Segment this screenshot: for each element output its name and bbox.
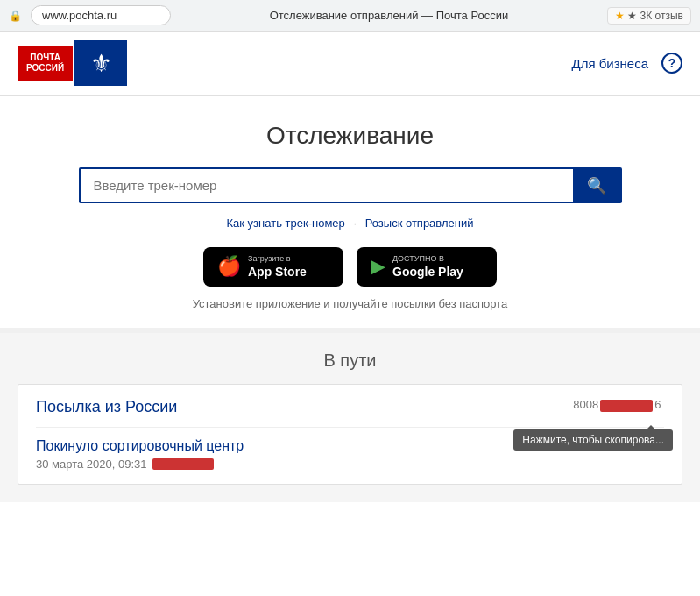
help-icon[interactable]: ?: [661, 53, 682, 74]
search-button[interactable]: 🔍: [573, 169, 620, 202]
eagle-icon: ⚜: [90, 49, 112, 78]
separator-dot: ·: [353, 216, 357, 230]
tracking-number: 80086 Нажмите, чтобы скопирова...: [573, 398, 664, 412]
app-buttons: 🍎 Загрузите в App Store ▶ ДОСТУПНО В Goo…: [18, 247, 682, 287]
business-link[interactable]: Для бизнеса: [571, 56, 648, 71]
app-store-label: App Store: [248, 264, 307, 280]
google-play-pre-label: ДОСТУПНО В: [392, 254, 463, 264]
site-header: ПОЧТА РОССИЙ ⚜ Для бизнеса ?: [0, 32, 700, 96]
package-card: Посылка из России 80086 Нажмите, чтобы с…: [18, 384, 682, 485]
google-play-label: Google Play: [392, 264, 463, 280]
how-to-find-link[interactable]: Как узнать трек-номер: [227, 216, 345, 230]
tracking-section: Отслеживание 🔍 Как узнать трек-номер · Р…: [0, 96, 700, 333]
event-date: 30 марта 2020, 09:31: [36, 458, 664, 471]
copy-tooltip: Нажмите, чтобы скопирова...: [513, 429, 673, 451]
browser-bar: 🔒 www.pochta.ru Отслеживание отправлений…: [0, 0, 700, 32]
logo-text: ПОЧТА РОССИЙ: [18, 46, 73, 81]
url-bar[interactable]: www.pochta.ru: [31, 5, 171, 25]
google-play-text: ДОСТУПНО В Google Play: [392, 254, 463, 280]
app-store-text: Загрузите в App Store: [248, 254, 307, 280]
star-icon: ★: [615, 10, 625, 22]
apple-icon: 🍎: [217, 255, 241, 278]
event-date-redacted: [152, 458, 214, 470]
tracking-title: Отслеживание: [18, 122, 682, 150]
app-note: Установите приложение и получайте посылк…: [18, 297, 682, 310]
page-title: Отслеживание отправлений — Почта России: [180, 9, 598, 22]
header-right: Для бизнеса ?: [571, 53, 682, 74]
tracking-number-redacted: [600, 400, 653, 412]
rating-badge: ★ ★ 3К отзыв: [607, 7, 691, 25]
lock-icon: 🔒: [9, 10, 22, 22]
app-store-pre-label: Загрузите в: [248, 254, 307, 264]
google-play-button[interactable]: ▶ ДОСТУПНО В Google Play: [357, 247, 497, 287]
search-input[interactable]: [81, 169, 573, 202]
results-status-title: В пути: [18, 351, 682, 371]
logo-eagle: ⚜: [74, 40, 127, 86]
search-icon: 🔍: [587, 176, 606, 195]
parcel-search-link[interactable]: Розыск отправлений: [365, 216, 474, 230]
logo-area: ПОЧТА РОССИЙ ⚜: [18, 40, 127, 86]
app-store-button[interactable]: 🍎 Загрузите в App Store: [203, 247, 343, 287]
search-bar: 🔍: [79, 167, 622, 203]
tracking-links: Как узнать трек-номер · Розыск отправлен…: [18, 216, 682, 230]
package-title[interactable]: Посылка из России: [36, 398, 177, 416]
play-icon: ▶: [371, 255, 385, 278]
results-section: В пути Посылка из России 80086 Нажмите, …: [0, 333, 700, 502]
package-header: Посылка из России 80086 Нажмите, чтобы с…: [36, 398, 664, 416]
